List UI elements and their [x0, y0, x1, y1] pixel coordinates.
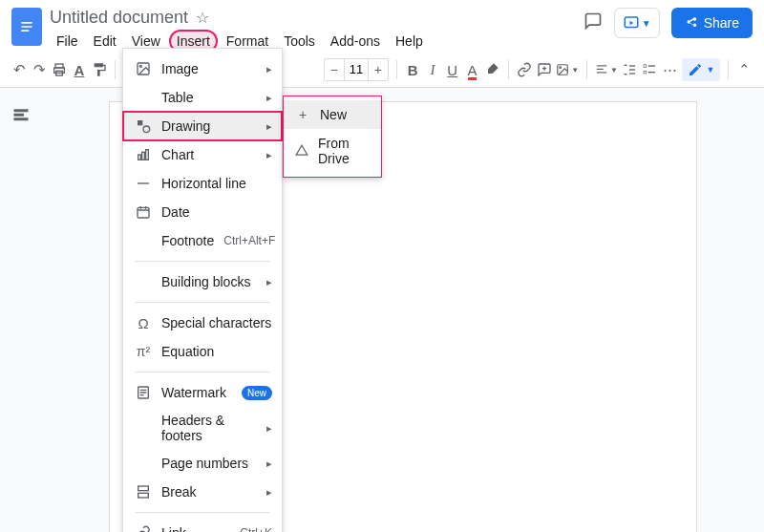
watermark-icon: [135, 384, 152, 401]
toolbar: ↶ ↷ A − 11 + B I U A ▼ ▼ ⋯ ▼ ⌃: [0, 53, 764, 88]
svg-rect-12: [629, 65, 635, 66]
insert-date[interactable]: Date: [123, 198, 282, 226]
insert-chart-label: Chart: [161, 147, 257, 162]
svg-rect-20: [14, 115, 23, 117]
insert-image[interactable]: Image ▸: [123, 54, 282, 83]
insert-image-button[interactable]: ▼: [556, 58, 579, 81]
underline-button[interactable]: U: [444, 58, 460, 81]
submenu-arrow-icon: ▸: [266, 149, 272, 161]
spacer: [135, 89, 152, 106]
link-label: Link: [161, 525, 230, 532]
date-icon: [135, 203, 152, 221]
docs-logo[interactable]: [11, 8, 42, 46]
font-size-decrease[interactable]: −: [325, 59, 344, 80]
drawing-from-drive-label: From Drive: [318, 136, 371, 166]
svg-rect-33: [138, 493, 149, 498]
footnote-shortcut: Ctrl+Alt+F: [223, 234, 275, 247]
insert-footnote[interactable]: Footnote Ctrl+Alt+F: [123, 226, 282, 255]
insert-hrule[interactable]: Horizontal line: [123, 169, 282, 198]
insert-headers-footers[interactable]: Headers & footers ▸: [123, 407, 282, 449]
insert-link[interactable]: Link Ctrl+K: [123, 519, 282, 532]
svg-point-25: [143, 126, 150, 133]
bold-button[interactable]: B: [405, 58, 421, 81]
checklist-button[interactable]: [642, 58, 658, 81]
svg-rect-32: [138, 486, 149, 491]
spacer: [135, 273, 152, 290]
undo-button[interactable]: ↶: [11, 58, 28, 81]
line-spacing-button[interactable]: [622, 58, 638, 81]
submenu-arrow-icon: ▸: [266, 63, 272, 75]
more-button[interactable]: ⋯: [662, 58, 678, 81]
menu-tools[interactable]: Tools: [277, 30, 322, 53]
svg-rect-15: [644, 65, 647, 68]
editing-mode-button[interactable]: ▼: [682, 58, 721, 81]
drawing-new-label: New: [320, 107, 347, 122]
separator: [135, 261, 270, 262]
document-title[interactable]: Untitled document: [50, 8, 188, 28]
insert-building-blocks[interactable]: Building blocks ▸: [123, 267, 282, 296]
equation-label: Equation: [161, 344, 272, 359]
insert-drawing[interactable]: Drawing ▸: [123, 112, 282, 140]
insert-special-chars[interactable]: Ω Special characters: [123, 309, 282, 337]
menu-addons[interactable]: Add-ons: [324, 30, 387, 53]
italic-button[interactable]: I: [424, 58, 440, 81]
insert-table-label: Table: [161, 90, 257, 105]
comments-history-icon[interactable]: [584, 11, 603, 34]
insert-image-label: Image: [161, 61, 257, 76]
font-size-value[interactable]: 11: [344, 59, 369, 80]
redo-button[interactable]: ↷: [32, 58, 48, 81]
share-button[interactable]: Share: [671, 8, 753, 38]
add-comment-button[interactable]: [536, 58, 552, 81]
svg-rect-27: [142, 152, 145, 160]
separator: [396, 60, 397, 79]
svg-rect-26: [138, 155, 141, 160]
submenu-arrow-icon: ▸: [266, 486, 272, 499]
submenu-arrow-icon: ▸: [266, 120, 272, 133]
omega-icon: Ω: [135, 314, 152, 331]
special-chars-label: Special characters: [161, 315, 272, 330]
insert-watermark[interactable]: Watermark New: [123, 378, 282, 407]
separator: [135, 512, 270, 513]
separator: [728, 60, 729, 79]
paint-format-button[interactable]: [91, 58, 107, 81]
separator: [586, 60, 587, 79]
insert-link-button[interactable]: [517, 58, 533, 81]
drawing-new[interactable]: + New: [284, 100, 381, 129]
svg-rect-10: [597, 69, 604, 70]
svg-rect-1: [21, 26, 32, 28]
print-button[interactable]: [52, 58, 68, 81]
svg-rect-28: [146, 150, 149, 160]
svg-point-23: [139, 65, 141, 67]
insert-page-numbers[interactable]: Page numbers ▸: [123, 449, 282, 478]
insert-drawing-label: Drawing: [161, 118, 257, 134]
collapse-toolbar-button[interactable]: ⌃: [736, 58, 753, 81]
insert-break[interactable]: Break ▸: [123, 478, 282, 506]
align-button[interactable]: ▼: [595, 58, 618, 81]
left-gutter: [0, 88, 42, 532]
svg-rect-13: [629, 69, 635, 70]
menu-edit[interactable]: Edit: [87, 30, 123, 53]
break-icon: [135, 483, 152, 500]
text-color-button[interactable]: A: [464, 58, 480, 81]
outline-icon[interactable]: [12, 107, 30, 532]
drawing-from-drive[interactable]: From Drive: [284, 129, 381, 173]
insert-equation[interactable]: π² Equation: [123, 337, 282, 366]
new-badge: New: [242, 386, 272, 400]
highlight-button[interactable]: [484, 58, 500, 81]
workspace: [0, 88, 764, 532]
svg-rect-19: [14, 110, 28, 112]
star-icon[interactable]: ☆: [196, 9, 209, 27]
insert-table[interactable]: Table ▸: [123, 83, 282, 112]
image-icon: [135, 60, 152, 77]
menu-help[interactable]: Help: [389, 30, 430, 53]
insert-chart[interactable]: Chart ▸: [123, 140, 282, 169]
separator: [135, 302, 270, 303]
present-button[interactable]: ▼: [614, 8, 660, 38]
font-size-increase[interactable]: +: [369, 59, 388, 80]
pi-icon: π²: [135, 343, 152, 360]
svg-rect-29: [138, 182, 149, 183]
spellcheck-button[interactable]: A: [72, 58, 88, 81]
svg-rect-2: [21, 30, 29, 32]
menu-file[interactable]: File: [50, 30, 85, 53]
svg-rect-21: [14, 118, 28, 120]
